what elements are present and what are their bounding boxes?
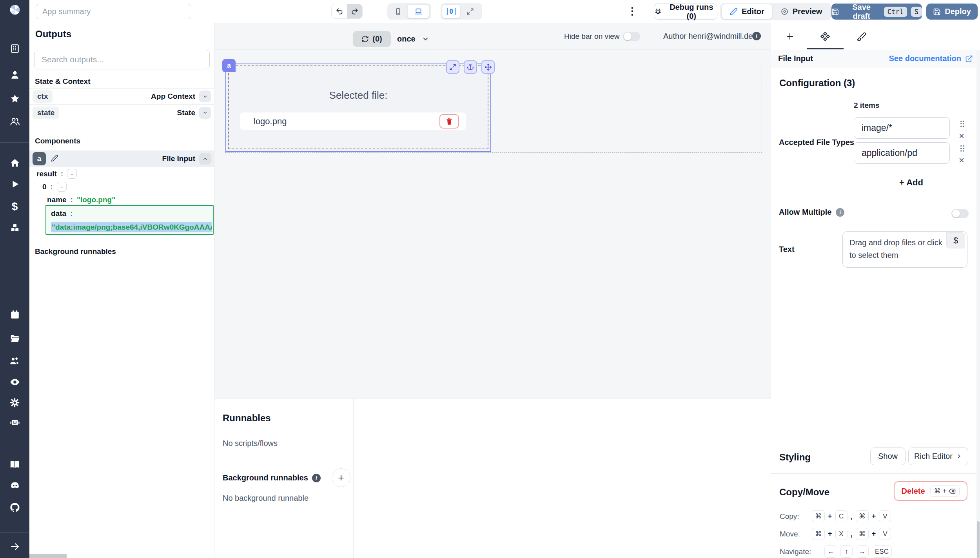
desktop-view-button[interactable] xyxy=(407,4,429,18)
accepted-type-input-2[interactable] xyxy=(854,142,950,164)
data-highlight-box[interactable]: data : "data:image/png;base64,iVBORw0KGg… xyxy=(45,205,214,235)
add-background-runnable-button[interactable]: + xyxy=(332,468,350,487)
collapse-zero-button[interactable]: - xyxy=(57,182,67,192)
discord-icon[interactable] xyxy=(8,479,22,492)
tree-key: 0 xyxy=(42,183,47,191)
command-icon: ⌘ xyxy=(859,512,866,520)
styling-show-button[interactable]: Show xyxy=(870,447,906,465)
save-draft-button[interactable]: Save draft Ctrl S xyxy=(831,4,922,20)
background-runnables-text: Background runnables xyxy=(223,473,308,482)
configuration-title: Configuration (3) xyxy=(779,78,855,89)
undo-button[interactable] xyxy=(332,4,347,18)
connect-dollar-button[interactable]: $ xyxy=(946,232,965,248)
plus-sep: + xyxy=(828,512,832,520)
docs-book-icon[interactable] xyxy=(8,458,22,471)
vertical-scrollbar[interactable] xyxy=(976,50,980,558)
hide-bar-toggle[interactable] xyxy=(623,32,640,41)
ctx-row[interactable]: ctx App Context xyxy=(29,88,214,105)
search-outputs-input[interactable] xyxy=(34,50,210,69)
author-info-icon[interactable]: i xyxy=(752,32,761,40)
ai-bot-icon[interactable] xyxy=(8,415,22,429)
groups-icon[interactable] xyxy=(8,115,22,128)
kbd-cmd: ⌘ xyxy=(812,510,825,522)
redo-button[interactable] xyxy=(347,4,362,18)
horizontal-scrollbar[interactable] xyxy=(29,554,67,558)
drag-handle-icon[interactable] xyxy=(959,144,965,155)
preview-disc-icon xyxy=(780,7,789,16)
delete-shortcut: ⌘ + xyxy=(930,486,960,497)
tree-colon: : xyxy=(61,170,63,178)
tab-insert-component[interactable] xyxy=(782,29,798,44)
data-base64-value[interactable]: "data:image/png;base64,iVBORw0KGgoAAAANS… xyxy=(51,222,212,232)
remove-type-2-button[interactable]: × xyxy=(959,156,964,165)
move-component-handle[interactable] xyxy=(481,60,495,74)
plus-icon xyxy=(785,32,795,41)
resources-boxes-icon[interactable] xyxy=(8,221,22,234)
more-menu-button[interactable]: ⋮ xyxy=(627,6,637,16)
tree-row-data: data : xyxy=(51,209,73,218)
anchor-component-handle[interactable] xyxy=(464,60,477,74)
state-row[interactable]: state State xyxy=(29,105,214,121)
accepted-type-input-1[interactable] xyxy=(854,117,950,139)
expand-component-handle[interactable] xyxy=(446,60,459,74)
dollar-label: $ xyxy=(953,236,958,246)
runnables-empty-text: No scripts/flows xyxy=(223,439,278,448)
collapse-arrow-right-icon[interactable] xyxy=(8,540,22,553)
expand-canvas-button[interactable] xyxy=(461,4,479,18)
remove-type-1-button[interactable]: × xyxy=(959,131,964,141)
deploy-button[interactable]: Deploy xyxy=(926,4,978,20)
drag-handle-icon[interactable] xyxy=(959,120,965,130)
tab-component-settings[interactable] xyxy=(817,29,833,44)
allow-multiple-toggle[interactable] xyxy=(951,209,969,218)
allow-multiple-info-icon[interactable]: i xyxy=(836,208,844,217)
delete-component-button[interactable]: Delete ⌘ + xyxy=(894,481,967,501)
close-x-icon: × xyxy=(959,155,964,165)
refresh-mode-select[interactable]: once xyxy=(397,31,429,47)
scrollbar-thumb[interactable] xyxy=(977,521,980,558)
component-a-row[interactable]: a File Input xyxy=(29,150,214,167)
center-canvas-button[interactable]: |0| xyxy=(442,4,461,18)
app-summary-input[interactable] xyxy=(36,4,191,19)
edit-id-button[interactable] xyxy=(51,154,58,163)
close-x-icon: × xyxy=(959,130,964,141)
add-file-type-button[interactable]: + Add xyxy=(899,178,923,188)
settings-gear-icon[interactable] xyxy=(8,396,22,409)
component-canvas-badge[interactable]: a xyxy=(222,59,236,72)
rich-editor-button[interactable]: Rich Editor xyxy=(908,447,968,465)
audit-eye-icon[interactable] xyxy=(8,375,22,389)
kbd-cmd: ⌘ xyxy=(856,528,869,540)
windmill-logo-icon[interactable] xyxy=(8,3,22,16)
background-info-icon[interactable]: i xyxy=(312,474,321,482)
runs-play-icon[interactable] xyxy=(8,178,22,191)
workspace-icon[interactable] xyxy=(8,42,22,55)
user-icon[interactable] xyxy=(8,68,22,82)
components-heading: Components xyxy=(35,137,80,145)
mobile-view-button[interactable] xyxy=(388,4,407,18)
variables-dollar-icon[interactable]: $ xyxy=(8,200,22,213)
folders-icon[interactable] xyxy=(8,332,22,345)
remove-file-button[interactable] xyxy=(439,114,459,129)
github-icon[interactable] xyxy=(8,501,22,514)
background-runnables-label: Background runnables i xyxy=(223,473,321,482)
component-collapse-button[interactable] xyxy=(199,153,211,165)
tab-preview[interactable]: Preview xyxy=(773,4,830,19)
runnables-list: Runnables No scripts/flows Background ru… xyxy=(214,399,354,558)
file-input-component[interactable]: Selected file: logo.png xyxy=(225,63,491,152)
rail-divider xyxy=(0,142,29,143)
see-documentation-link[interactable]: See documentation xyxy=(889,54,973,63)
tab-styling[interactable] xyxy=(853,29,869,44)
debug-runs-button[interactable]: Debug runs (0) xyxy=(654,4,717,20)
state-expand-button[interactable] xyxy=(199,107,211,119)
text-label: Text xyxy=(779,245,795,254)
ctx-expand-button[interactable] xyxy=(199,91,211,102)
schedules-calendar-icon[interactable] xyxy=(8,308,22,321)
arrow-right-icon: → xyxy=(859,548,866,556)
state-badge: state xyxy=(33,107,59,119)
canvas-area: (0) once Hide bar on view Author henri@w… xyxy=(214,23,771,558)
home-icon[interactable] xyxy=(8,156,22,170)
collapse-result-button[interactable]: - xyxy=(67,169,77,179)
workers-users-gear-icon[interactable] xyxy=(8,354,22,368)
favorites-star-icon[interactable] xyxy=(8,92,22,105)
recompute-button[interactable]: (0) xyxy=(353,31,391,47)
tab-editor[interactable]: Editor xyxy=(721,4,773,19)
